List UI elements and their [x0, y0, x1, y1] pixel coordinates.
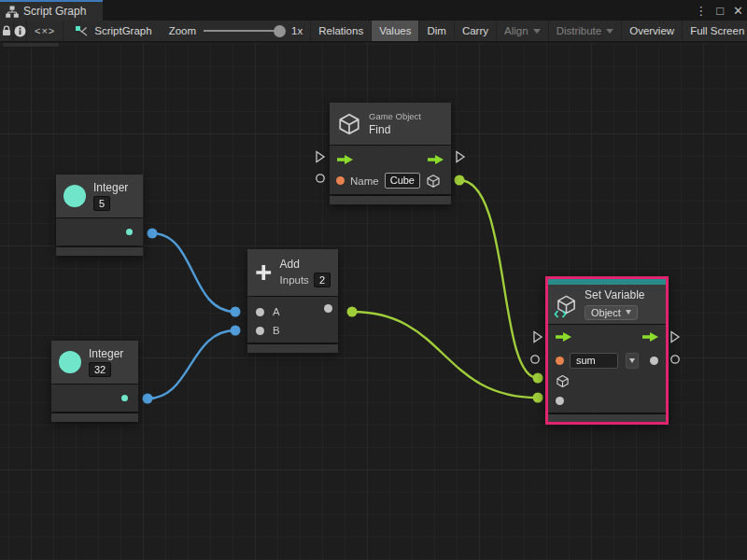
close-icon[interactable]: ✕ — [733, 5, 743, 17]
wire-endpoint[interactable] — [231, 326, 241, 336]
name-input-port[interactable] — [336, 176, 345, 185]
node-body: Name Cube — [330, 146, 451, 194]
wire-endpoint[interactable] — [533, 393, 543, 403]
zoom-slider[interactable] — [204, 25, 284, 37]
output-port[interactable] — [121, 395, 128, 401]
result-cube-icon[interactable] — [426, 174, 441, 189]
graph-breadcrumb[interactable]: ScriptGraph — [63, 21, 161, 41]
caret-down-icon — [629, 358, 635, 363]
align-label: Align — [504, 25, 529, 36]
caret-down-icon — [626, 310, 631, 315]
flow-port-row — [330, 148, 451, 170]
value-input-port[interactable] — [556, 397, 564, 405]
flow-out-arrow-icon[interactable] — [642, 331, 658, 343]
wire-find-to-setvariable[interactable] — [459, 180, 538, 378]
port-b-label: B — [273, 325, 280, 336]
wire-endpoint[interactable] — [533, 373, 543, 384]
node-footer — [247, 344, 338, 353]
inputs-count-field[interactable]: 2 — [314, 273, 331, 287]
wire-add-to-setvariable[interactable] — [352, 312, 538, 398]
node-integer-5[interactable]: Integer 5 — [56, 175, 143, 256]
lock-button[interactable] — [0, 21, 14, 41]
node-footer — [330, 196, 451, 204]
graph-canvas[interactable]: Integer 5 Integer 32 — [0, 42, 747, 560]
wire-endpoint[interactable] — [143, 394, 153, 404]
wire-endpoint[interactable] — [148, 229, 158, 239]
overview-button[interactable]: Overview — [622, 21, 683, 41]
node-body — [51, 385, 138, 412]
values-button[interactable]: Values — [372, 21, 419, 41]
unity-script-graph-window: Script Graph ⋮ □ ✕ <×> — [0, 0, 747, 560]
zoom-slider-handle[interactable] — [274, 25, 286, 37]
wire-integer5-to-add-a[interactable] — [152, 233, 235, 312]
carry-button[interactable]: Carry — [455, 21, 497, 41]
data-in-circle-port[interactable] — [315, 173, 326, 184]
node-header: Set Variable Object — [548, 285, 666, 324]
flow-port-row — [548, 325, 666, 349]
data-in-circle-port[interactable] — [529, 354, 541, 365]
align-button[interactable]: Align — [497, 21, 549, 41]
integer-type-icon — [59, 351, 81, 373]
relations-button[interactable]: Relations — [311, 21, 372, 41]
flow-in-triangle-port[interactable] — [532, 330, 543, 343]
game-object-cube-icon — [337, 112, 361, 136]
wire-endpoint[interactable] — [231, 307, 241, 317]
distribute-button[interactable]: Distribute — [549, 21, 623, 41]
node-category: Game Object — [369, 111, 421, 122]
variable-name-port[interactable] — [556, 357, 564, 365]
value-output-port[interactable] — [650, 357, 658, 365]
zoom-slider-track — [204, 30, 284, 32]
data-out-circle-port[interactable] — [669, 354, 681, 365]
wire-endpoint[interactable] — [347, 307, 358, 317]
full-screen-button[interactable]: Full Screen — [683, 21, 747, 41]
node-footer — [51, 413, 138, 422]
node-set-variable[interactable]: Set Variable Object — [545, 276, 669, 425]
name-value-field[interactable]: Cube — [385, 173, 420, 189]
node-game-object-find[interactable]: Game Object Find Name Cube — [330, 103, 451, 204]
kebab-menu-icon[interactable]: ⋮ — [695, 5, 707, 17]
flow-in-triangle-port[interactable] — [315, 150, 326, 163]
scope-label: Object — [591, 307, 621, 318]
node-footer — [56, 247, 143, 256]
object-port-cube-icon[interactable] — [556, 374, 570, 388]
output-port[interactable] — [126, 229, 133, 235]
node-add[interactable]: Add Inputs 2 A B — [247, 249, 338, 353]
node-header: Game Object Find — [330, 103, 451, 145]
input-port-b[interactable] — [256, 327, 264, 335]
caret-down-icon — [533, 29, 541, 34]
variable-dropdown-button[interactable] — [626, 353, 639, 369]
zoom-label: Zoom — [169, 25, 196, 36]
plus-icon — [255, 262, 273, 283]
wire-endpoint[interactable] — [455, 175, 465, 186]
variable-name-dropdown[interactable]: sum — [570, 353, 618, 369]
integer-value-field[interactable]: 5 — [93, 196, 110, 211]
object-port-row — [548, 371, 666, 390]
maximize-icon[interactable]: □ — [716, 5, 724, 17]
input-port-a[interactable] — [256, 308, 264, 316]
code-icon: <×> — [35, 25, 55, 36]
integer-value-field[interactable]: 32 — [89, 362, 111, 377]
canvas-corner-strip — [2, 42, 60, 48]
code-view-button[interactable]: <×> — [27, 21, 63, 41]
node-header: Add Inputs 2 — [247, 249, 338, 296]
flow-in-arrow-icon[interactable] — [556, 331, 571, 343]
sum-output-port[interactable] — [324, 304, 332, 313]
info-button[interactable] — [14, 21, 27, 41]
dim-button[interactable]: Dim — [419, 21, 454, 41]
node-title: Integer — [93, 181, 128, 194]
node-title: Add — [280, 258, 300, 271]
flow-in-arrow-icon[interactable] — [337, 154, 353, 165]
wire-integer32-to-add-b[interactable] — [148, 330, 235, 399]
graph-toolbar: <×> ScriptGraph Zoom 1x Relations Values… — [0, 21, 747, 42]
flow-out-triangle-port[interactable] — [669, 330, 681, 343]
integer-type-icon — [63, 185, 86, 207]
window-controls: ⋮ □ ✕ — [695, 0, 743, 21]
node-header: Integer 5 — [56, 175, 143, 217]
zoom-control: Zoom 1x — [162, 21, 312, 41]
flow-out-triangle-port[interactable] — [455, 150, 466, 163]
tab-script-graph[interactable]: Script Graph — [0, 0, 103, 21]
value-input-row — [548, 390, 666, 411]
flow-out-arrow-icon[interactable] — [428, 154, 444, 165]
node-integer-32[interactable]: Integer 32 — [51, 341, 138, 422]
variable-scope-dropdown[interactable]: Object — [585, 305, 638, 320]
